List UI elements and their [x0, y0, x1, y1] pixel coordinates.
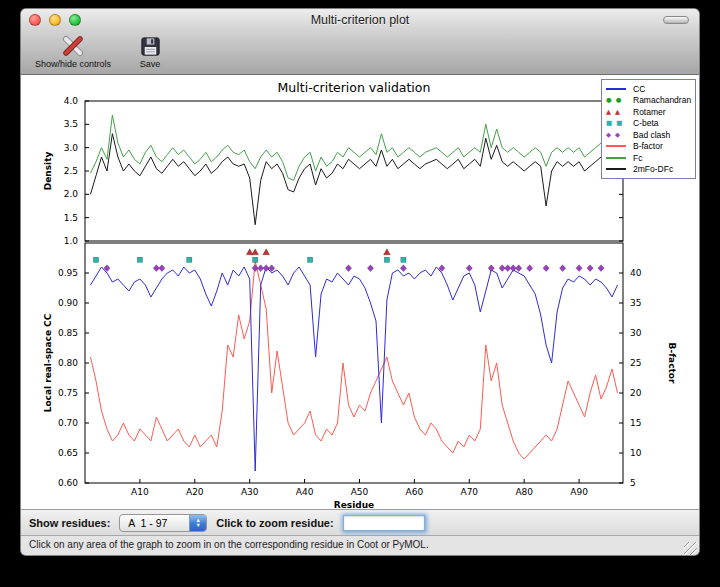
- tick-label: 15: [630, 418, 641, 428]
- marker-C-beta: [187, 257, 192, 262]
- legend-label: C-beta: [633, 118, 659, 128]
- legend-line-icon: [606, 145, 633, 147]
- toolbar-item-label: Show/hide controls: [35, 59, 111, 69]
- legend-label: Fc: [633, 153, 642, 163]
- save-icon: [137, 33, 163, 59]
- controls-bar: Show residues: A 1 - 97 ▲▼ Click to zoom…: [21, 509, 699, 535]
- legend-label: Bad clash: [633, 130, 670, 140]
- tick-label: 1.0: [64, 236, 79, 246]
- tick-label: 1.5: [64, 213, 78, 223]
- tick-label: 0.70: [58, 418, 78, 428]
- tick-label: 2.5: [64, 166, 78, 176]
- legend-label: 2mFo-DFc: [633, 164, 673, 174]
- zoom-residue-input[interactable]: [343, 515, 425, 531]
- resize-grip[interactable]: [684, 542, 697, 555]
- tick-label: 0.85: [58, 328, 78, 338]
- titlebar[interactable]: Multi-criterion plot: [21, 9, 699, 31]
- toolbar-toggle-pill[interactable]: [663, 16, 689, 24]
- legend-entry: ■ ■C-beta: [606, 118, 693, 130]
- window-title: Multi-criterion plot: [21, 13, 699, 27]
- marker-C-beta: [384, 257, 389, 262]
- y-axis-label-density: Density: [43, 152, 53, 191]
- marker-C-beta: [253, 257, 258, 262]
- legend-entry: ◆ ◆Bad clash: [606, 129, 693, 141]
- legend-diamond-icon: ◆ ◆: [606, 131, 633, 139]
- marker-C-beta: [401, 257, 406, 262]
- legend-triangle-icon: ▲ ▲: [606, 108, 633, 116]
- tick-label: 5: [630, 478, 636, 488]
- tick-label: A30: [241, 487, 259, 497]
- status-bar: Click on any area of the graph to zoom i…: [21, 535, 699, 556]
- tick-label: 10: [630, 448, 642, 458]
- multi-criterion-plot-window: Multi-criterion plot Show/hide controls: [20, 8, 700, 556]
- y-axis-label-cc: Local real-space CC: [43, 313, 53, 412]
- legend-label: CC: [633, 84, 645, 94]
- toolbar-item-label: Save: [140, 59, 161, 69]
- tick-label: 0.90: [58, 298, 78, 308]
- tick-label: A10: [131, 487, 149, 497]
- legend-label: Ramachandran: [633, 95, 691, 105]
- marker-C-beta: [137, 257, 142, 262]
- top-axes-frame: [85, 101, 623, 241]
- zoom-residue-label: Click to zoom residue:: [216, 517, 333, 529]
- tick-label: 40: [630, 268, 642, 278]
- legend-line-icon: [606, 88, 633, 90]
- tick-label: 0.75: [58, 388, 78, 398]
- legend-entry: CC: [606, 83, 693, 95]
- toolbar: Show/hide controls Save: [21, 31, 699, 75]
- legend-entry: ▲ ▲Rotamer: [606, 106, 693, 118]
- marker-C-beta: [307, 257, 312, 262]
- status-text: Click on any area of the graph to zoom i…: [29, 539, 429, 550]
- legend-line-icon: [606, 157, 633, 159]
- tick-label: 2.0: [64, 189, 79, 199]
- tick-label: 3.5: [64, 119, 78, 129]
- tick-label: A90: [570, 487, 588, 497]
- tick-label: A40: [296, 487, 314, 497]
- tick-label: 25: [630, 358, 641, 368]
- desktop: { "window": { "title": "Multi-criterion …: [0, 0, 720, 587]
- tick-label: A60: [406, 487, 424, 497]
- tick-label: 3.0: [64, 143, 79, 153]
- tick-label: 20: [630, 388, 642, 398]
- legend-circle-icon: ● ●: [606, 96, 633, 104]
- tick-label: A80: [515, 487, 533, 497]
- chain-range-value: A 1 - 97: [120, 515, 189, 531]
- y-axis-label-bfactor: B-factor: [667, 343, 677, 384]
- chart-title: Multi-criterion validation: [278, 80, 431, 95]
- chain-range-select[interactable]: A 1 - 97 ▲▼: [119, 514, 207, 532]
- legend-label: Rotamer: [633, 107, 666, 117]
- chart-svg: Multi-criterion validation1.01.52.02.53.…: [21, 75, 700, 509]
- tick-label: 35: [630, 298, 641, 308]
- x-axis-label-residue: Residue: [334, 500, 374, 509]
- tick-label: 4.0: [64, 96, 79, 106]
- tick-label: 0.65: [58, 448, 78, 458]
- show-hide-controls-icon: [60, 33, 86, 59]
- legend-entry: Fc: [606, 152, 693, 164]
- legend-entry: 2mFo-DFc: [606, 164, 693, 176]
- legend-entry: B-factor: [606, 141, 693, 153]
- tick-label: 0.60: [58, 478, 78, 488]
- show-hide-controls-button[interactable]: Show/hide controls: [35, 33, 111, 69]
- tick-label: A20: [186, 487, 204, 497]
- save-button[interactable]: Save: [137, 33, 163, 69]
- show-residues-label: Show residues:: [29, 517, 110, 529]
- legend-label: B-factor: [633, 141, 663, 151]
- plot-canvas[interactable]: Multi-criterion validation1.01.52.02.53.…: [21, 75, 699, 509]
- tick-label: 30: [630, 328, 642, 338]
- tick-label: A70: [460, 487, 478, 497]
- tick-label: A50: [351, 487, 369, 497]
- tick-label: 0.80: [58, 358, 78, 368]
- marker-C-beta: [93, 257, 98, 262]
- chart-legend: CC● ●Ramachandran▲ ▲Rotamer■ ■C-beta◆ ◆B…: [601, 79, 696, 179]
- legend-entry: ● ●Ramachandran: [606, 95, 693, 107]
- legend-square-icon: ■ ■: [606, 119, 633, 127]
- tick-label: 0.95: [58, 268, 78, 278]
- popup-stepper-icon: ▲▼: [189, 515, 206, 531]
- legend-line-icon: [606, 168, 633, 170]
- bottom-axes-frame: [85, 243, 623, 483]
